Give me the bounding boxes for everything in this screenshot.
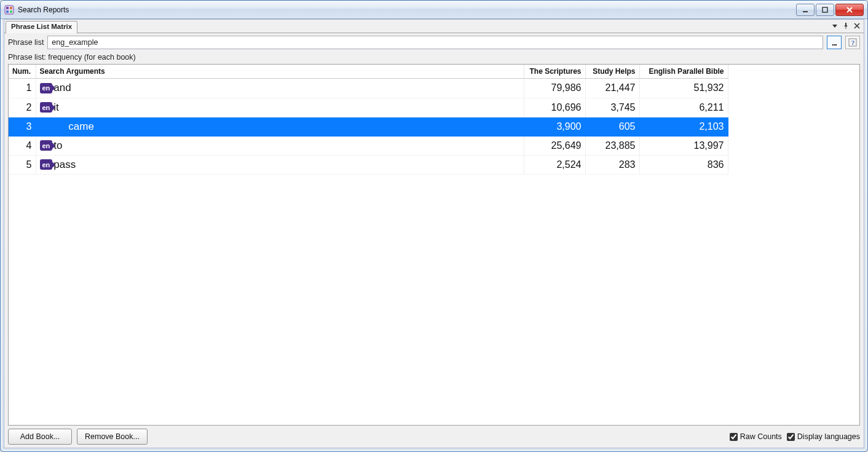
display-languages-checkbox[interactable]: Display languages <box>787 432 860 441</box>
cell-args: enit <box>36 98 524 117</box>
table-body-scroll[interactable]: 1enand79,98621,44751,9322enit10,6963,745… <box>9 79 859 425</box>
svg-rect-2 <box>10 7 12 9</box>
cell-num: 4 <box>9 136 36 155</box>
table-caption: Phrase list: frequency (for each book) <box>4 52 864 64</box>
main-window: Search Reports Phrase List Matrix <box>0 0 868 452</box>
help-button[interactable]: ? <box>845 36 860 49</box>
cell-scriptures: 79,986 <box>524 79 585 98</box>
svg-marker-9 <box>832 25 837 28</box>
col-scriptures[interactable]: The Scriptures <box>524 65 585 79</box>
cell-num: 2 <box>9 98 36 117</box>
raw-counts-checkbox[interactable]: Raw Counts <box>730 432 782 441</box>
cell-scriptures: 2,524 <box>524 155 585 174</box>
table-row[interactable]: 3encame3,9006052,103 <box>9 117 728 136</box>
table-header-row: Num. Search Arguments The Scriptures Stu… <box>9 65 728 79</box>
browse-button[interactable]: ... <box>827 36 842 49</box>
table-row[interactable]: 4ento25,64923,88513,997 <box>9 136 728 155</box>
cell-english-parallel: 51,932 <box>639 79 728 98</box>
cell-num: 1 <box>9 79 36 98</box>
cell-num: 5 <box>9 155 36 174</box>
language-badge-icon: en <box>40 159 53 170</box>
close-icon <box>845 6 854 14</box>
minimize-button[interactable] <box>796 4 815 16</box>
cell-study-helps: 605 <box>585 117 639 136</box>
svg-rect-6 <box>823 7 827 12</box>
language-badge-icon: en <box>40 83 53 93</box>
col-english-parallel[interactable]: English Parallel Bible <box>639 65 728 79</box>
close-button[interactable] <box>835 4 864 16</box>
table-row[interactable]: 5enpass2,524283836 <box>9 155 728 174</box>
cell-num: 3 <box>9 117 36 136</box>
window-title: Search Reports <box>18 6 796 14</box>
app-icon <box>4 5 14 15</box>
tab-menu-dropdown-icon[interactable] <box>831 22 839 30</box>
arg-text: pass <box>53 159 76 170</box>
language-badge-icon: en <box>40 102 53 113</box>
svg-rect-5 <box>803 11 808 12</box>
svg-rect-4 <box>10 10 12 13</box>
cell-study-helps: 3,745 <box>585 98 639 117</box>
tab-pin-icon[interactable] <box>842 22 850 30</box>
col-search-arguments[interactable]: Search Arguments <box>36 65 524 79</box>
svg-text:?: ? <box>851 39 854 46</box>
cell-args: ento <box>36 136 524 155</box>
arg-text: came <box>53 121 94 132</box>
cell-english-parallel: 6,211 <box>639 98 728 117</box>
footer-bar: Add Book... Remove Book... Raw Counts Di… <box>4 426 864 448</box>
cell-study-helps: 283 <box>585 155 639 174</box>
results-table: Num. Search Arguments The Scriptures Stu… <box>8 64 860 426</box>
svg-rect-3 <box>6 10 9 13</box>
arg-text: and <box>53 82 71 93</box>
tab-phrase-list-matrix[interactable]: Phrase List Matrix <box>6 21 77 33</box>
client-area: Phrase List Matrix Phrase list ... <box>4 19 864 448</box>
cell-args: encame <box>36 117 524 136</box>
cell-scriptures: 25,649 <box>524 136 585 155</box>
col-study-helps[interactable]: Study Helps <box>585 65 639 79</box>
cell-study-helps: 23,885 <box>585 136 639 155</box>
tab-actions <box>831 22 861 30</box>
minimize-icon <box>802 6 809 14</box>
language-badge-icon: en <box>40 140 53 151</box>
cell-english-parallel: 836 <box>639 155 728 174</box>
add-book-button[interactable]: Add Book... <box>8 429 72 445</box>
phrase-list-input[interactable] <box>47 36 823 49</box>
display-languages-input[interactable] <box>787 433 795 441</box>
raw-counts-input[interactable] <box>730 433 738 441</box>
svg-rect-1 <box>6 7 9 9</box>
maximize-button[interactable] <box>816 4 834 16</box>
cell-scriptures: 10,696 <box>524 98 585 117</box>
cell-args: enpass <box>36 155 524 174</box>
phrase-list-label: Phrase list <box>8 38 44 47</box>
remove-book-button[interactable]: Remove Book... <box>77 429 148 445</box>
phrase-list-row: Phrase list ... ? <box>4 33 864 52</box>
cell-study-helps: 21,447 <box>585 79 639 98</box>
window-controls <box>796 4 864 16</box>
table-row[interactable]: 1enand79,98621,44751,932 <box>9 79 728 98</box>
display-languages-label: Display languages <box>797 432 860 441</box>
cell-english-parallel: 2,103 <box>639 117 728 136</box>
cell-english-parallel: 13,997 <box>639 136 728 155</box>
cell-scriptures: 3,900 <box>524 117 585 136</box>
cell-args: enand <box>36 79 524 98</box>
title-bar[interactable]: Search Reports <box>1 1 867 19</box>
table-row[interactable]: 2enit10,6963,7456,211 <box>9 98 728 117</box>
raw-counts-label: Raw Counts <box>740 432 782 441</box>
col-num[interactable]: Num. <box>9 65 36 79</box>
help-icon: ? <box>848 38 857 47</box>
tab-close-icon[interactable] <box>853 22 861 30</box>
tab-strip: Phrase List Matrix <box>4 20 864 33</box>
maximize-icon <box>821 6 829 14</box>
